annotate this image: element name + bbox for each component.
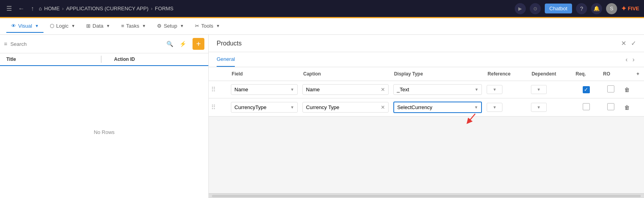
search-input-wrap — [10, 41, 163, 47]
back-icon[interactable]: ← — [17, 4, 26, 14]
chatbot-button[interactable]: Chatbot — [545, 4, 572, 13]
horizontal-scrollbar[interactable] — [209, 193, 644, 198]
tab-prev-arrow[interactable]: ‹ — [624, 55, 629, 65]
display-type-currency-label: SelectCurrency — [397, 104, 432, 110]
breadcrumb-sep2: › — [151, 6, 153, 11]
tasks-icon: ≡ — [121, 23, 124, 29]
req-checkbox-1[interactable]: ✓ — [583, 86, 590, 93]
forward-icon[interactable]: ↑ — [29, 4, 36, 14]
ref-caret-1: ▼ — [493, 87, 497, 92]
panel-tabs: General ‹ › — [209, 52, 644, 67]
tools-caret: ▼ — [216, 24, 220, 28]
play-button[interactable]: ▶ — [515, 3, 526, 14]
secondary-navigation: 👁 Visual ▼ ⬡ Logic ▼ ⊞ Data ▼ ≡ Tasks ▼ … — [0, 18, 644, 35]
setup-icon: ⚙ — [157, 23, 162, 29]
nav-item-logic[interactable]: ⬡ Logic ▼ — [45, 20, 80, 33]
display-caret-2: ▼ — [474, 105, 478, 109]
ref-select-1[interactable]: ▼ — [487, 85, 502, 94]
tab-next-arrow[interactable]: › — [631, 55, 636, 65]
panel-header-actions: ✕ ✓ — [621, 40, 636, 47]
th-reference: Reference — [484, 67, 528, 81]
five-logo-icon: ✦ — [621, 5, 626, 12]
display-type-currency[interactable]: SelectCurrency ▼ — [393, 102, 482, 113]
th-field: Field — [229, 67, 300, 81]
sidebar-empty: No Rows — [0, 66, 208, 198]
nav-label-logic: Logic — [56, 23, 68, 29]
drag-handle-1[interactable]: ⠿ — [211, 86, 216, 93]
ro-checkbox-2[interactable] — [607, 103, 614, 110]
caption-clear-1[interactable]: ✕ — [381, 87, 385, 92]
tab-general[interactable]: General — [217, 52, 235, 67]
sidebar-menu-icon[interactable]: ≡ — [4, 41, 7, 47]
data-caret: ▼ — [106, 24, 110, 28]
field-caret-2: ▼ — [290, 105, 294, 109]
ref-select-2[interactable]: ▼ — [487, 103, 502, 112]
caption-name-text: Name — [306, 87, 320, 92]
nav-item-tasks[interactable]: ≡ Tasks ▼ — [116, 20, 151, 33]
nav-item-setup[interactable]: ⚙ Setup ▼ — [152, 20, 189, 33]
user-avatar[interactable]: S — [606, 3, 617, 14]
red-arrow-annotation — [465, 113, 477, 125]
field-name-label: Name — [234, 87, 248, 92]
table-row: ⠿ Name ▼ Name ✕ — [209, 81, 644, 98]
nav-label-visual: Visual — [18, 23, 32, 29]
main-layout: ≡ 🔍 ⚡ + Title Action ID No Rows Products… — [0, 35, 644, 198]
nav-label-tasks: Tasks — [126, 23, 139, 29]
five-logo-text: FIVE — [628, 6, 639, 11]
confirm-button[interactable]: ✓ — [631, 40, 636, 47]
ref-caret-2: ▼ — [493, 105, 497, 109]
add-button[interactable]: + — [193, 38, 204, 50]
display-type-name[interactable]: _Text ▼ — [393, 84, 482, 95]
home-icon: ⌂ — [39, 6, 42, 11]
nav-label-data: Data — [93, 23, 103, 29]
visual-caret: ▼ — [35, 24, 39, 28]
col-title: Title — [5, 56, 96, 63]
sidebar-divider — [101, 56, 102, 63]
th-req: Req. — [572, 67, 600, 81]
nav-item-tools[interactable]: ✂ Tools ▼ — [190, 20, 225, 33]
table-row: ⠿ CurrencyType ▼ Currency Type ✕ — [209, 98, 644, 117]
panel-tab-nav: ‹ › — [624, 55, 636, 65]
delete-row-1[interactable]: 🗑 — [624, 87, 630, 93]
col-action-id: Action ID — [106, 56, 204, 63]
menu-icon[interactable]: ☰ — [5, 3, 13, 14]
th-caption: Caption — [300, 67, 391, 81]
dep-select-2[interactable]: ▼ — [531, 103, 547, 112]
nav-item-visual[interactable]: 👁 Visual ▼ — [6, 20, 43, 33]
visual-icon: 👁 — [11, 23, 16, 29]
req-checkbox-2[interactable] — [583, 103, 590, 110]
delete-row-2[interactable]: 🗑 — [624, 104, 630, 111]
caption-clear-2[interactable]: ✕ — [381, 104, 385, 110]
dep-caret-1: ▼ — [537, 87, 541, 92]
th-add[interactable]: + — [622, 67, 644, 81]
th-display-type: Display Type — [391, 67, 485, 81]
help-button[interactable]: ? — [576, 3, 587, 14]
flash-icon[interactable]: ⚡ — [176, 39, 189, 49]
drag-handle-2[interactable]: ⠿ — [211, 104, 216, 111]
th-dependent: Dependent — [529, 67, 572, 81]
notification-button[interactable]: 🔔 — [591, 3, 602, 14]
ro-checkbox-1[interactable] — [607, 85, 614, 92]
replay-button[interactable]: ⊙ — [530, 3, 541, 14]
top-nav-right: ▶ ⊙ Chatbot ? 🔔 S ✦ FIVE — [515, 3, 639, 14]
nav-item-data[interactable]: ⊞ Data ▼ — [81, 20, 115, 33]
tasks-caret: ▼ — [142, 24, 146, 28]
setup-caret: ▼ — [180, 24, 184, 28]
search-input[interactable] — [10, 41, 163, 47]
field-select-currency[interactable]: CurrencyType ▼ — [231, 102, 298, 113]
th-drag — [209, 67, 229, 81]
search-icon[interactable]: 🔍 — [166, 41, 173, 47]
th-ro: RO — [600, 67, 622, 81]
field-caret-1: ▼ — [290, 87, 294, 92]
dep-select-1[interactable]: ▼ — [531, 85, 547, 94]
breadcrumb-apps[interactable]: APPLICATIONS (CURRENCY APP) — [66, 6, 148, 11]
caption-currency: Currency Type ✕ — [302, 102, 389, 113]
tools-icon: ✂ — [195, 23, 199, 29]
close-button[interactable]: ✕ — [621, 40, 626, 47]
field-select-name[interactable]: Name ▼ — [231, 84, 298, 95]
breadcrumb-home[interactable]: HOME — [44, 6, 60, 11]
scrollbar-track — [212, 195, 641, 197]
right-panel: Products ✕ ✓ General ‹ › Field — [209, 35, 644, 198]
breadcrumb-forms[interactable]: FORMS — [155, 6, 174, 11]
sidebar-header: Title Action ID — [0, 53, 208, 66]
